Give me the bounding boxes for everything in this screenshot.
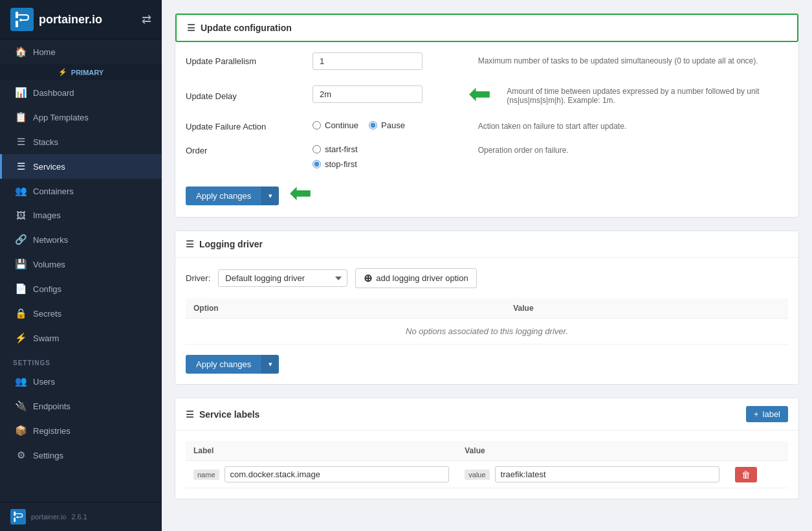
logging-driver-form: Driver: Default logging driver none loca… — [175, 258, 798, 384]
app-templates-icon: 📋 — [15, 111, 27, 123]
settings-icon: ⚙ — [15, 449, 27, 461]
update-config-apply-btn-group: Apply changes ▾ — [186, 186, 279, 205]
sidebar-item-label: Swarm — [33, 333, 59, 343]
failure-action-pause[interactable]: Pause — [369, 120, 405, 130]
delay-label: Update Delay — [186, 87, 302, 101]
logging-options-table-head: Option Value — [186, 299, 788, 319]
sidebar-item-home[interactable]: 🏠 Home — [0, 40, 162, 64]
add-logging-option-label: add logging driver option — [376, 273, 468, 283]
sidebar-item-label: Dashboard — [33, 88, 74, 98]
delay-input[interactable] — [313, 85, 422, 103]
label-delete-button[interactable]: 🗑 — [735, 467, 757, 482]
sidebar-item-app-templates[interactable]: 📋 App Templates — [0, 105, 162, 130]
logging-icon: ☰ — [186, 239, 194, 249]
failure-action-radio-group: Continue Pause — [313, 118, 468, 130]
label-value-input[interactable] — [495, 466, 719, 482]
labels-table-body: name value 🗑 — [186, 461, 788, 488]
update-config-apply-button[interactable]: Apply changes — [186, 186, 261, 205]
sidebar-item-label: Endpoints — [33, 401, 71, 411]
registries-icon: 📦 — [15, 425, 27, 436]
swarm-icon: ⚡ — [15, 332, 27, 344]
order-control: start-first stop-first — [313, 142, 468, 169]
sidebar-item-services[interactable]: ☰ Services — [0, 154, 162, 179]
delay-control — [313, 85, 453, 103]
sidebar-item-label: Services — [33, 162, 65, 172]
update-config-apply-row: Apply changes ▾ ⬅ — [186, 179, 788, 207]
sidebar-item-label: Volumes — [33, 260, 65, 269]
sidebar-item-containers[interactable]: 👥 Containers — [0, 179, 162, 203]
update-config-apply-caret[interactable]: ▾ — [261, 186, 279, 205]
logging-driver-card: ☰ Logging driver Driver: Default logging… — [175, 231, 799, 385]
containers-icon: 👥 — [15, 185, 27, 197]
svg-rect-5 — [14, 512, 16, 516]
no-options-row: No options associated to this logging dr… — [186, 319, 788, 345]
sidebar-item-stacks[interactable]: ☰ Stacks — [0, 130, 162, 154]
sidebar-item-label: Networks — [33, 235, 68, 245]
images-icon: 🖼 — [15, 210, 27, 221]
footer-logo-text: portainer.io — [31, 513, 66, 521]
order-start-first[interactable]: start-first — [313, 144, 358, 154]
logging-apply-button[interactable]: Apply changes — [186, 355, 261, 374]
secrets-icon: 🔒 — [15, 308, 27, 319]
sidebar-item-secrets[interactable]: 🔒 Secrets — [0, 301, 162, 326]
sidebar-item-configs[interactable]: 📄 Configs — [0, 277, 162, 301]
service-labels-form: Label Value name — [175, 431, 798, 499]
parallelism-control — [313, 52, 468, 70]
value-col-header: Value — [505, 299, 788, 319]
sidebar-item-label: Secrets — [33, 309, 61, 319]
value-col-header: Value — [457, 441, 727, 461]
sidebar-item-swarm[interactable]: ⚡ Swarm — [0, 326, 162, 350]
transfer-icon[interactable]: ⇄ — [142, 12, 151, 27]
sidebar-item-settings[interactable]: ⚙ Settings — [0, 443, 162, 468]
sidebar-item-label: Containers — [33, 186, 74, 196]
sidebar-item-label: Home — [33, 47, 56, 57]
sidebar-item-images[interactable]: 🖼 Images — [0, 203, 162, 227]
volumes-icon: 💾 — [15, 258, 27, 270]
add-label-button[interactable]: + label — [746, 406, 788, 422]
logging-driver-title: Logging driver — [199, 239, 263, 249]
label-col-header: Label — [186, 441, 457, 461]
driver-row: Driver: Default logging driver none loca… — [186, 268, 788, 288]
order-row: Order start-first stop-first Operation o… — [186, 142, 788, 169]
order-hint: Operation order on failure. — [478, 142, 788, 155]
service-labels-card: ☰ Service labels + label Label Value — [175, 398, 799, 499]
parallelism-label: Update Parallelism — [186, 52, 302, 66]
failure-action-pause-radio[interactable] — [369, 121, 377, 130]
logo-text: portainer.io — [39, 13, 102, 27]
driver-select[interactable]: Default logging driver none local json-f… — [218, 269, 347, 287]
sidebar-item-registries[interactable]: 📦 Registries — [0, 418, 162, 443]
logging-options-table: Option Value No options associated to th… — [186, 299, 788, 345]
sidebar-item-networks[interactable]: 🔗 Networks — [0, 227, 162, 252]
failure-action-continue-radio[interactable] — [313, 121, 321, 130]
delay-row: Update Delay ⬅ Amount of time between up… — [186, 80, 788, 107]
home-icon: 🏠 — [15, 46, 27, 58]
delay-hint-text: Amount of time between updates expressed… — [507, 87, 759, 105]
order-stop-first[interactable]: stop-first — [313, 159, 357, 169]
label-name-cell: name — [186, 461, 457, 488]
parallelism-hint: Maximum number of tasks to be updated si… — [478, 52, 788, 65]
labels-header-row: Label Value — [186, 441, 788, 461]
services-icon: ☰ — [15, 161, 27, 172]
endpoints-icon: 🔌 — [15, 400, 27, 412]
logging-apply-caret[interactable]: ▾ — [261, 355, 279, 374]
sidebar-item-users[interactable]: 👥 Users — [0, 369, 162, 394]
sidebar-item-endpoints[interactable]: 🔌 Endpoints — [0, 394, 162, 418]
add-label-plus-icon: + — [754, 409, 759, 419]
dashboard-icon: 📊 — [15, 87, 27, 98]
primary-icon: ⚡ — [58, 68, 67, 76]
add-label-button-text: label — [763, 409, 780, 419]
sidebar-item-dashboard[interactable]: 📊 Dashboard — [0, 80, 162, 105]
sidebar-item-label: Images — [33, 210, 61, 220]
failure-action-hint: Action taken on failure to start after u… — [478, 118, 788, 131]
table-row: name value 🗑 — [186, 461, 788, 488]
portainer-logo-icon — [10, 8, 34, 31]
sidebar-item-volumes[interactable]: 💾 Volumes — [0, 252, 162, 277]
order-start-first-radio[interactable] — [313, 145, 321, 153]
failure-action-continue[interactable]: Continue — [313, 120, 358, 130]
order-stop-first-radio[interactable] — [313, 160, 321, 168]
add-logging-option-button[interactable]: ⊕ add logging driver option — [355, 268, 476, 288]
delay-hint: Amount of time between updates expressed… — [507, 83, 788, 105]
label-name-input[interactable] — [225, 466, 450, 482]
failure-action-control: Continue Pause — [313, 118, 468, 130]
parallelism-input[interactable] — [313, 52, 422, 70]
